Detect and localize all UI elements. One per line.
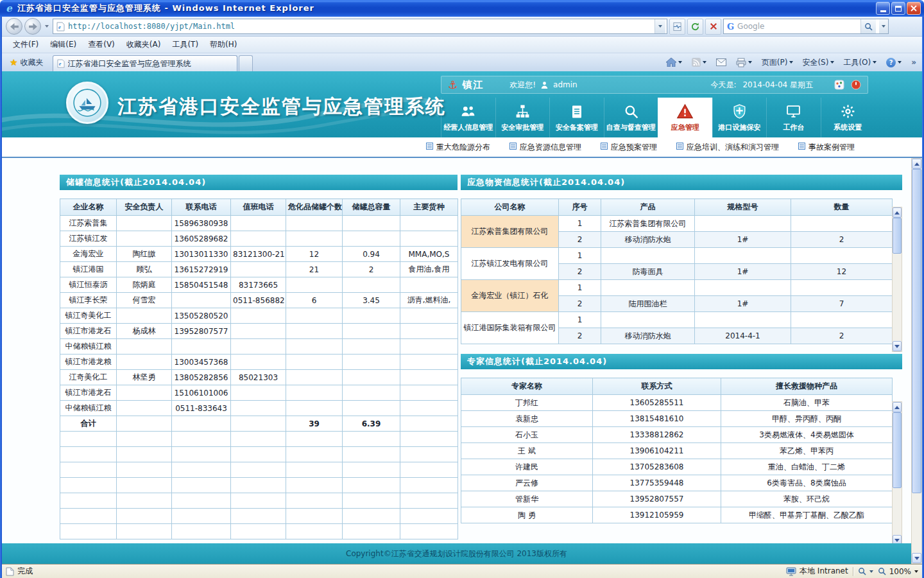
forward-button[interactable]	[24, 18, 41, 35]
cell	[343, 216, 400, 231]
experts-panel-title: 专家信息统计(截止2014.04.04)	[461, 354, 902, 369]
scroll-track[interactable]	[893, 218, 902, 341]
new-tab-button[interactable]	[239, 55, 253, 71]
command-button-2[interactable]: 安全(S)	[798, 55, 839, 70]
arrow-down-icon	[894, 539, 900, 542]
compatibility-view-button[interactable]	[669, 19, 685, 35]
help-button[interactable]: ?	[882, 55, 906, 70]
nav-item-8[interactable]: 系统设置	[821, 98, 875, 137]
zoom-mode-button[interactable]	[858, 567, 873, 575]
search-button[interactable]	[860, 19, 876, 33]
google-icon: G	[727, 22, 734, 31]
workbench-icon	[785, 103, 801, 120]
cell: 袁新忠	[461, 411, 593, 427]
home-button[interactable]	[662, 55, 687, 70]
scroll-thumb[interactable]	[893, 412, 902, 488]
nav-item-1[interactable]: 经营人信息管理	[441, 98, 495, 137]
minimize-button[interactable]	[876, 2, 890, 15]
cell: 13013011330	[172, 247, 231, 262]
back-button[interactable]	[6, 18, 22, 35]
menu-item-1[interactable]: 文件(F)	[7, 37, 44, 53]
cell	[601, 280, 695, 296]
address-field[interactable]: e http://localhost:8080/yjpt/Main.html	[53, 19, 667, 34]
cell	[791, 248, 893, 264]
cell: 甲醇、异丙醇、丙酮	[721, 411, 893, 427]
main-nav: 经营人信息管理安全审批管理安全备案管理自查与督查管理应急管理港口设施保安工作台系…	[441, 98, 875, 137]
command-button-1[interactable]: 页面(P)	[757, 55, 798, 70]
nav-item-4[interactable]: 自查与督查管理	[604, 98, 658, 137]
favorites-button[interactable]: ★ 收藏夹	[4, 55, 49, 70]
address-dropdown-button[interactable]	[654, 19, 665, 33]
stop-button[interactable]	[705, 19, 721, 35]
scroll-thumb[interactable]	[893, 218, 902, 254]
cell	[695, 280, 791, 296]
cell	[172, 493, 231, 509]
cell	[400, 493, 458, 509]
search-box[interactable]: G Google	[723, 19, 889, 34]
subnav-item-2[interactable]: 应急资源信息管理	[509, 142, 581, 153]
subnav-item-1[interactable]: 重大危险源分布	[426, 142, 490, 153]
logout-icon[interactable]	[851, 80, 861, 90]
materials-header-row: 公司名称序号产品规格型号数量	[461, 199, 893, 216]
theme-icon[interactable]	[834, 80, 844, 90]
column-header: 主要货种	[400, 199, 458, 216]
tanks-header-row: 企业名称安全负责人联系电话值班电话危化品储罐个数储罐总容量主要货种	[60, 199, 458, 216]
menu-item-4[interactable]: 收藏夹(A)	[121, 37, 167, 53]
menu-item-2[interactable]: 编辑(E)	[44, 37, 82, 53]
search-dropdown-button[interactable]	[879, 19, 888, 33]
tank-row: 中储粮镇江粮0511-833643	[60, 401, 458, 416]
cell: 2	[343, 262, 400, 277]
cell	[286, 432, 343, 447]
nav-item-6[interactable]: 港口设施保安	[712, 98, 767, 137]
zoom-control[interactable]: 100%	[878, 567, 918, 576]
scroll-down-button[interactable]	[893, 341, 902, 351]
close-button[interactable]	[907, 2, 921, 15]
refresh-icon	[690, 22, 700, 31]
experts-scrollbar[interactable]	[892, 401, 902, 546]
materials-scrollbar[interactable]	[892, 207, 902, 352]
subnav-item-3[interactable]: 应急预案管理	[601, 142, 657, 153]
toolbar-overflow-button[interactable]: »	[907, 55, 920, 70]
cell	[231, 231, 286, 247]
scroll-down-button[interactable]	[912, 553, 921, 563]
page-scrollbar[interactable]	[911, 158, 922, 564]
nav-item-5[interactable]: 应急管理	[658, 98, 712, 137]
subnav-item-5[interactable]: 事故案例管理	[798, 142, 855, 153]
history-dropdown-button[interactable]	[43, 19, 51, 33]
address-input[interactable]: http://localhost:8080/yjpt/Main.html	[68, 22, 651, 31]
nav-item-2[interactable]: 安全审批管理	[495, 98, 550, 137]
scroll-track[interactable]	[912, 169, 921, 553]
user-icon	[540, 81, 549, 89]
nav-item-3[interactable]: 安全备案管理	[549, 98, 604, 137]
tab-active[interactable]: e 江苏省港口安全监管与应急管理系统	[53, 55, 237, 71]
cell: 13815481610	[593, 411, 721, 427]
command-button-3[interactable]: 工具(O)	[839, 55, 881, 70]
print-button[interactable]	[732, 55, 757, 70]
intranet-icon	[786, 567, 796, 576]
scroll-up-button[interactable]	[893, 207, 902, 218]
favorites-button-label: 收藏夹	[21, 57, 44, 68]
sitemap-icon	[515, 103, 531, 120]
nav-item-7[interactable]: 工作台	[766, 98, 821, 137]
column-header: 企业名称	[60, 199, 117, 216]
feed-button[interactable]	[687, 55, 711, 70]
tank-total-row: 合计396.39	[60, 416, 458, 432]
scroll-thumb[interactable]	[912, 169, 921, 493]
menu-item-3[interactable]: 查看(V)	[82, 37, 121, 53]
cell: 镇江奇美化工	[60, 308, 117, 324]
scroll-up-button[interactable]	[893, 402, 902, 412]
tanks-panel-title: 储罐信息统计(截止2014.04.04)	[60, 175, 458, 190]
subnav-item-4[interactable]: 应急培训、演练和演习管理	[676, 142, 779, 153]
magnifier-icon	[878, 567, 886, 575]
mail-button[interactable]	[712, 55, 731, 70]
refresh-button[interactable]	[687, 19, 703, 35]
material-row: 镇江港国际集装箱有限公司1	[461, 312, 893, 328]
menu-item-5[interactable]: 工具(T)	[166, 37, 204, 53]
cell: 13805282856	[172, 370, 231, 385]
scroll-track[interactable]	[893, 412, 902, 535]
scroll-up-button[interactable]	[912, 159, 921, 169]
empty-row	[60, 432, 458, 447]
restore-button[interactable]	[891, 2, 905, 15]
search-input[interactable]: Google	[737, 22, 857, 31]
menu-item-6[interactable]: 帮助(H)	[204, 37, 243, 53]
